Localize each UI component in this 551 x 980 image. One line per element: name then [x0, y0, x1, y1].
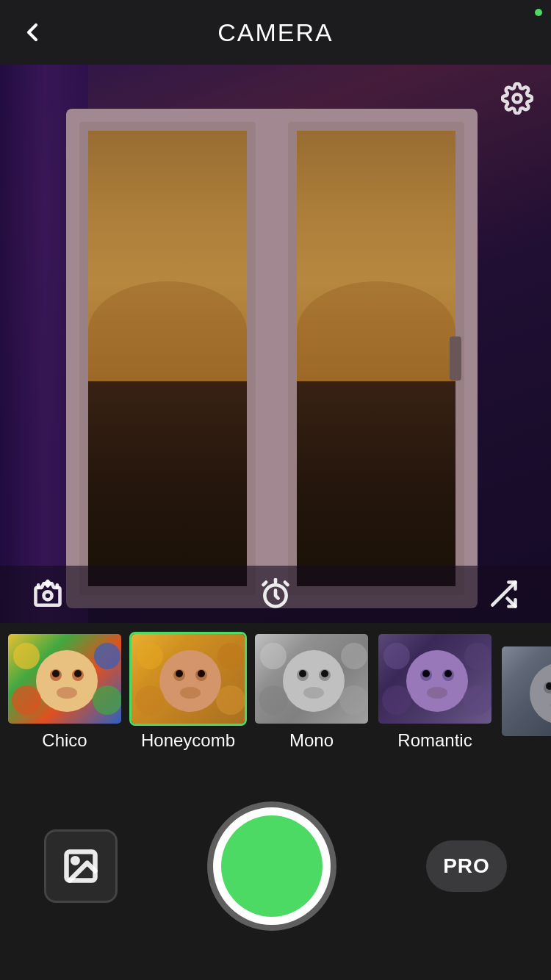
filter-thumb-chico [6, 632, 123, 726]
filter-item-chico[interactable]: Chico [6, 632, 123, 751]
svg-point-40 [444, 670, 452, 677]
svg-point-29 [299, 670, 306, 677]
svg-point-53 [73, 858, 78, 863]
bottom-controls: PRO [0, 752, 551, 980]
svg-point-22 [135, 685, 165, 715]
filter-thumb-fifth [500, 644, 551, 738]
filter-label-romantic: Romantic [397, 730, 472, 751]
svg-point-46 [530, 663, 551, 724]
svg-point-6 [36, 650, 98, 712]
filter-thumb-romantic [376, 632, 494, 726]
capture-button-inner [221, 815, 323, 917]
camera-viewport [0, 65, 551, 623]
svg-point-19 [176, 670, 183, 677]
svg-point-26 [283, 650, 345, 712]
filter-label-honeycomb: Honeycomb [141, 730, 235, 751]
svg-point-42 [382, 685, 411, 715]
pro-button[interactable]: PRO [426, 840, 507, 892]
timer-button[interactable] [257, 576, 294, 613]
svg-point-30 [321, 670, 328, 677]
svg-point-32 [259, 685, 288, 715]
back-button[interactable] [18, 18, 47, 47]
svg-point-25 [217, 643, 244, 669]
filter-item-fifth[interactable] [500, 644, 551, 738]
svg-point-35 [341, 643, 367, 669]
filter-item-mono[interactable]: Mono [253, 632, 370, 751]
svg-point-15 [94, 643, 120, 669]
settings-button[interactable] [498, 79, 536, 118]
svg-point-1 [44, 591, 52, 599]
camera-controls-bar [0, 566, 551, 623]
svg-point-20 [198, 670, 205, 677]
svg-point-11 [57, 687, 77, 699]
page-title: CAMERA [217, 18, 333, 47]
svg-point-13 [93, 685, 122, 715]
svg-point-36 [406, 650, 468, 712]
status-dot [535, 9, 542, 16]
filter-label-mono: Mono [289, 730, 334, 751]
svg-point-9 [52, 670, 60, 677]
camera-scene [0, 65, 551, 623]
filter-strip: Chico Honeycomb [0, 623, 551, 752]
color-filter-overlay [0, 65, 551, 623]
filter-thumb-honeycomb [129, 632, 247, 726]
svg-point-24 [137, 643, 163, 669]
gallery-button[interactable] [44, 829, 118, 903]
shuffle-button[interactable] [485, 576, 522, 613]
svg-point-39 [422, 670, 430, 677]
capture-button[interactable] [213, 807, 331, 925]
svg-point-44 [383, 643, 410, 669]
svg-point-45 [464, 643, 491, 669]
svg-point-31 [303, 687, 324, 699]
svg-point-23 [216, 685, 245, 715]
header: CAMERA [0, 0, 551, 65]
svg-point-10 [74, 670, 82, 677]
svg-point-33 [339, 685, 369, 715]
svg-point-0 [514, 95, 522, 103]
svg-point-41 [427, 687, 447, 699]
pro-label: PRO [443, 854, 490, 878]
filter-item-romantic[interactable]: Romantic [376, 632, 494, 751]
filter-item-honeycomb[interactable]: Honeycomb [129, 632, 247, 751]
filter-label-chico: Chico [42, 730, 87, 751]
svg-point-21 [180, 687, 201, 699]
filter-thumb-mono [253, 632, 370, 726]
svg-point-16 [159, 650, 221, 712]
svg-point-14 [13, 643, 40, 669]
flip-camera-button[interactable] [29, 576, 66, 613]
svg-point-12 [12, 685, 41, 715]
svg-point-43 [463, 685, 492, 715]
svg-point-34 [260, 643, 287, 669]
